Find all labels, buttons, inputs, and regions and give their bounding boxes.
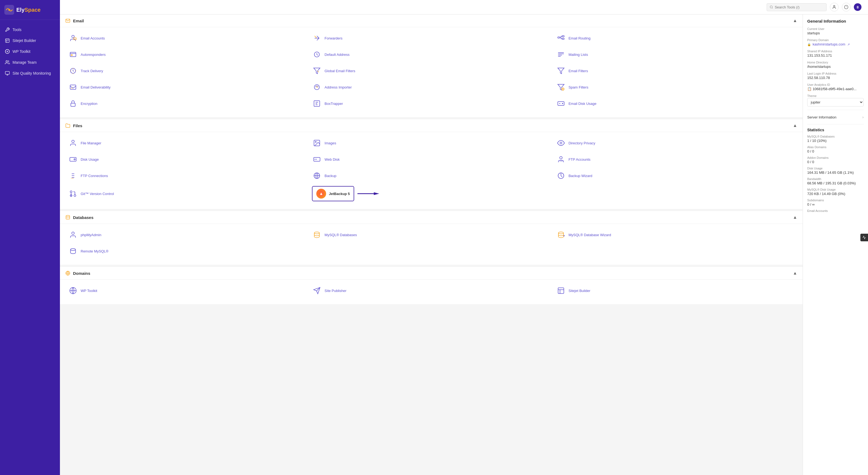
autoresponders-item[interactable]: Autoresponders	[65, 46, 309, 63]
email-section: Email ▲ Email Accounts	[60, 14, 803, 117]
account-icon-button[interactable]	[842, 3, 850, 11]
sidebar-item-manage-team[interactable]: Manage Team	[0, 57, 60, 68]
user-icon-button[interactable]	[830, 3, 839, 11]
email-section-label: Email	[73, 19, 84, 23]
sidebar-item-sitejet-builder[interactable]: Sitejet Builder	[0, 35, 60, 46]
domains-section-icon	[65, 271, 70, 276]
primary-domain-value[interactable]: 🔒 kashmirstartups.com ↗	[807, 42, 864, 46]
ftp-accounts-icon: FTP	[556, 154, 566, 164]
mysql-databases-stat: MySQL® Databases 1 / 10 (10%)	[807, 135, 864, 143]
site-publisher-label: Site Publisher	[324, 289, 346, 293]
ftp-accounts-item[interactable]: FTP FTP Accounts	[553, 151, 797, 167]
home-directory-label: Home Directory	[807, 61, 864, 64]
logo[interactable]: ElySpace	[0, 0, 60, 20]
ftp-connections-item[interactable]: FTP FTP Connections	[65, 167, 309, 184]
mysql-database-wizard-icon	[556, 230, 566, 240]
analytics-fab[interactable]	[860, 234, 868, 241]
databases-section-header[interactable]: Databases ▲	[60, 211, 803, 224]
email-disk-usage-icon	[556, 99, 566, 108]
remote-mysql-item[interactable]: Remote MySQL®	[65, 243, 309, 259]
logo-text: ElySpace	[17, 7, 40, 13]
user-analytics-value[interactable]: 📋 10681f58-d9f5-49e1-aae0...	[807, 87, 864, 91]
mailing-lists-item[interactable]: Mailing Lists	[553, 46, 797, 63]
encryption-item[interactable]: Encryption	[65, 95, 309, 112]
analytics-doc-icon: 📋	[807, 87, 812, 91]
files-section-toggle[interactable]: ▲	[793, 123, 797, 128]
phpmyadmin-item[interactable]: phpMyAdmin	[65, 227, 309, 243]
autoresponders-label: Autoresponders	[81, 53, 106, 57]
address-importer-item[interactable]: Address Importer	[309, 79, 553, 95]
email-deliverability-item[interactable]: Email Deliverability	[65, 79, 309, 95]
databases-section-toggle[interactable]: ▲	[793, 215, 797, 220]
domains-section-toggle[interactable]: ▲	[793, 271, 797, 276]
last-login-ip-value: 152.58.110.78	[807, 76, 864, 80]
account-icon	[844, 5, 848, 9]
server-info-label: Server Information	[807, 115, 836, 119]
images-item[interactable]: Images	[309, 135, 553, 151]
theme-label: Theme	[807, 94, 864, 97]
email-routing-item[interactable]: Email Routing	[553, 30, 797, 46]
global-email-filters-label: Global Email Filters	[324, 69, 355, 73]
svg-point-9	[72, 35, 74, 38]
sidebar-item-wp-toolkit[interactable]: WP Toolkit	[0, 46, 60, 57]
disk-usage-stat: Disk Usage 164.31 MB / 14.65 GB (1.1%)	[807, 167, 864, 175]
email-filters-item[interactable]: Email Filters	[553, 63, 797, 79]
file-manager-item[interactable]: File Manager	[65, 135, 309, 151]
svg-point-40	[70, 191, 72, 193]
copy-link-icon[interactable]: ↗	[847, 43, 850, 46]
search-input[interactable]	[775, 5, 824, 9]
mysql-disk-usage-stat-label: MySQL® Disk Usage	[807, 188, 864, 191]
boxtrapper-item[interactable]: BoxTrapper	[309, 95, 553, 112]
email-disk-usage-item[interactable]: Email Disk Usage	[553, 95, 797, 112]
wp-toolkit-domain-item[interactable]: WP Toolkit	[65, 282, 309, 299]
mysql-databases-icon	[312, 230, 322, 240]
domains-section: Domains ▲ WP Toolkit S	[60, 267, 803, 304]
email-accounts-icon	[68, 33, 78, 43]
git-version-control-item[interactable]: Git™ Version Control	[65, 184, 309, 203]
sitejet-builder-domain-item[interactable]: Sitejet Builder	[553, 282, 797, 299]
forwarders-label: Forwarders	[324, 36, 342, 40]
track-delivery-item[interactable]: Track Delivery	[65, 63, 309, 79]
mysql-database-wizard-item[interactable]: MySQL® Database Wizard	[553, 227, 797, 243]
site-publisher-item[interactable]: Site Publisher	[309, 282, 553, 299]
directory-privacy-item[interactable]: Directory Privacy	[553, 135, 797, 151]
server-info-chevron: ›	[862, 115, 864, 119]
files-section-header[interactable]: Files ▲	[60, 119, 803, 132]
email-accounts-item[interactable]: Email Accounts	[65, 30, 309, 46]
mysql-databases-label: MySQL® Databases	[324, 233, 357, 237]
email-section-header[interactable]: Email ▲	[60, 14, 803, 27]
subdomains-stat-label: Subdomains	[807, 198, 864, 202]
files-items-grid: File Manager Images Directory Privacy	[60, 132, 803, 209]
mysql-databases-item[interactable]: MySQL® Databases	[309, 227, 553, 243]
mailing-lists-icon	[556, 50, 566, 59]
default-address-item[interactable]: Default Address	[309, 46, 553, 63]
alias-domains-stat-label: Alias Domains	[807, 146, 864, 149]
address-importer-label: Address Importer	[324, 85, 352, 89]
domains-section-header[interactable]: Domains ▲	[60, 267, 803, 280]
default-address-icon	[312, 50, 322, 59]
search-box[interactable]	[767, 3, 827, 11]
sidebar-item-tools[interactable]: Tools	[0, 24, 60, 35]
svg-marker-18	[314, 68, 320, 74]
primary-domain-link[interactable]: kashmirstartups.com	[813, 42, 845, 46]
disk-usage-item[interactable]: Disk Usage	[65, 151, 309, 167]
backup-wizard-item[interactable]: Backup Wizard	[553, 167, 797, 184]
server-info-row[interactable]: Server Information ›	[807, 113, 864, 121]
backup-label: Backup	[324, 174, 336, 178]
global-email-filters-item[interactable]: Global Email Filters	[309, 63, 553, 79]
notification-badge[interactable]: 8	[854, 3, 862, 11]
backup-item[interactable]: Backup	[309, 167, 553, 184]
forwarders-item[interactable]: Forwarders	[309, 30, 553, 46]
email-filters-label: Email Filters	[568, 69, 588, 73]
backup-wizard-icon	[556, 171, 566, 181]
spam-filters-item[interactable]: Spam Filters	[553, 79, 797, 95]
topbar: 8	[60, 0, 868, 14]
shared-ip-value: 131.153.51.171	[807, 53, 864, 58]
web-disk-item[interactable]: Web Disk	[309, 151, 553, 167]
jetbackup5-item[interactable]: JetBackup 5	[312, 186, 354, 201]
databases-section-label: Databases	[73, 215, 93, 220]
theme-select[interactable]: jupiter	[807, 98, 864, 106]
sidebar-item-site-quality-monitoring[interactable]: Site Quality Monitoring	[0, 68, 60, 79]
email-section-toggle[interactable]: ▲	[793, 18, 797, 23]
email-disk-usage-label: Email Disk Usage	[568, 102, 597, 106]
